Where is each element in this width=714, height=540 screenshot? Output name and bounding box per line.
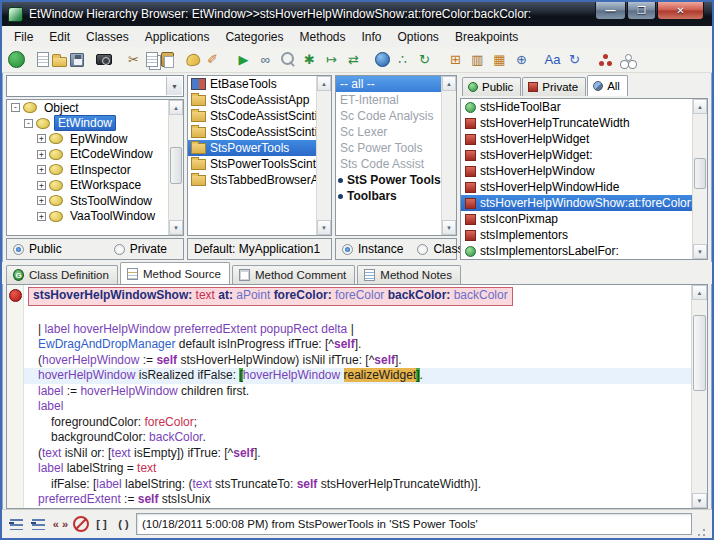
code-line[interactable]: label := hoverHelpWindow children first. [24, 384, 691, 400]
instance-radio-group[interactable]: Instance [342, 242, 403, 256]
code-line[interactable]: (hoverHelpWindow := self stsHoverHelpWin… [24, 353, 691, 369]
minimize-button[interactable]: — [595, 2, 626, 20]
tree-expander-icon[interactable]: + [37, 150, 46, 159]
instance-radio[interactable] [342, 244, 353, 255]
sphere-icon[interactable]: ⊕ [512, 50, 531, 69]
globe-icon[interactable] [375, 52, 390, 67]
tree-node-label[interactable]: EtInspector [67, 163, 134, 177]
tab-method-source[interactable]: Method Source [120, 262, 230, 284]
code-line[interactable]: foregroundColor: foreColor; [24, 415, 691, 431]
step-into-icon[interactable]: ↦ [322, 50, 341, 69]
scroll-down-icon[interactable] [317, 220, 331, 235]
code-line[interactable]: ifFalse: [label labelString: (text stsTr… [24, 477, 691, 493]
code-line[interactable]: label [24, 399, 691, 415]
hierarchy-icon[interactable]: ∴ [393, 50, 412, 69]
menu-methods[interactable]: Methods [291, 28, 353, 46]
category-list-item[interactable]: Sc Power Tools [336, 140, 441, 156]
application-list-item[interactable]: StsPowerToolsScintilla [188, 156, 316, 172]
code-line[interactable] [24, 306, 691, 322]
scroll-up-icon[interactable] [317, 76, 331, 91]
tree-node-label[interactable]: EtCodeWindow [67, 147, 156, 161]
tree-node-label[interactable]: Object [41, 101, 82, 115]
code-line[interactable]: preferredExtent := self stsIsUnix [24, 492, 691, 508]
guillemets-icon[interactable]: « » [51, 516, 70, 533]
tree-node-label[interactable]: EtWorkspace [67, 178, 144, 192]
methods-tab-public[interactable]: Public [462, 77, 521, 96]
tree-expander-icon[interactable]: + [37, 134, 46, 143]
application-list-item[interactable]: StsCodeAssistApp [188, 92, 316, 108]
methods-scrollbar[interactable] [692, 99, 707, 259]
tab-method-notes[interactable]: Method Notes [357, 265, 461, 284]
tab-class-definition[interactable]: GClass Definition [6, 265, 118, 284]
tree-row[interactable]: +VaaToolWindow [7, 209, 168, 225]
breakpoint-gutter[interactable] [7, 285, 24, 508]
tree-expander-icon[interactable]: + [37, 212, 46, 221]
public-radio[interactable] [13, 244, 24, 255]
branch-icon[interactable]: ⇄ [344, 50, 363, 69]
save-icon[interactable] [70, 53, 84, 67]
go-button[interactable] [8, 51, 25, 68]
class-radio-group[interactable]: Class [417, 242, 463, 256]
private-radio-group[interactable]: Private [114, 242, 167, 256]
font-icon[interactable]: Aa [543, 50, 562, 69]
private-radio[interactable] [114, 244, 125, 255]
tree-node-label[interactable]: VaaToolWindow [67, 209, 158, 223]
code-line[interactable]: | label hoverHelpWindow preferredExtent … [24, 322, 691, 338]
scroll-down-icon[interactable] [169, 220, 183, 235]
scroll-up-icon[interactable] [169, 100, 183, 115]
application-list-item[interactable]: StsPowerTools [188, 140, 316, 156]
open-folder-icon[interactable] [52, 57, 67, 67]
methods-tab-all[interactable]: All [587, 75, 628, 96]
public-radio-group[interactable]: Public [13, 242, 62, 256]
tab-method-comment[interactable]: Method Comment [232, 265, 355, 284]
menu-applications[interactable]: Applications [137, 28, 218, 46]
code-line[interactable]: hoverHelpWindow isRealized ifFalse: [hov… [24, 368, 691, 384]
source-code[interactable]: stsHoverHelpWindowShow: text at: aPoint … [24, 285, 691, 508]
application-list-item[interactable]: StsCodeAssistScintillaLe: [188, 124, 316, 140]
tree-row[interactable]: +StsToolWindow [7, 193, 168, 209]
method-signature-line[interactable]: stsHoverHelpWindowShow: text at: aPoint … [24, 287, 691, 306]
indent-increase-icon[interactable] [29, 516, 48, 533]
repaint-icon[interactable]: ↻ [565, 50, 584, 69]
brackets-icon[interactable]: [ ] [92, 516, 111, 533]
scroll-thumb[interactable] [693, 315, 706, 390]
method-source-editor[interactable]: stsHoverHelpWindowShow: text at: aPoint … [6, 284, 708, 509]
tree-expander-icon[interactable]: + [37, 165, 46, 174]
method-list-item[interactable]: stsHoverHelpWindowShow:at:foreColor:back… [461, 195, 692, 211]
hierarchy-scrollbar[interactable] [168, 100, 183, 235]
cut-icon[interactable]: ✂ [124, 50, 143, 69]
tree-node-label[interactable]: EpWindow [67, 132, 130, 146]
category-list-item[interactable]: Sc Lexer [336, 124, 441, 140]
tree-node-label[interactable]: StsToolWindow [67, 194, 155, 208]
grid-icon[interactable]: ▦ [490, 50, 509, 69]
menu-categories[interactable]: Categories [217, 28, 291, 46]
editor-scrollbar[interactable] [691, 285, 707, 508]
new-document-icon[interactable] [37, 52, 49, 67]
class-radio[interactable] [417, 244, 428, 255]
scroll-down-icon[interactable] [692, 493, 707, 508]
menu-edit[interactable]: Edit [41, 28, 78, 46]
menu-options[interactable]: Options [390, 28, 447, 46]
users-icon[interactable] [618, 50, 637, 69]
code-line[interactable]: (text isNil or: [text isEmpty]) ifTrue: … [24, 446, 691, 462]
scroll-up-icon[interactable] [692, 285, 707, 300]
copy-icon[interactable] [146, 52, 158, 67]
tree-row[interactable]: -EtWindow [7, 116, 168, 132]
tree-expander-icon[interactable]: - [11, 103, 20, 112]
glasses-icon[interactable]: ∞ [256, 50, 275, 69]
category-list-item[interactable]: -- all -- [336, 76, 441, 92]
category-list-item[interactable]: ET-Internal [336, 92, 441, 108]
parens-icon[interactable]: ( ) [114, 516, 133, 533]
method-list-item[interactable]: stsHoverHelpWidget: [461, 147, 692, 163]
grid-plus-icon[interactable]: ⊞ [446, 50, 465, 69]
method-list-item[interactable]: stsHoverHelpTruncateWidth [461, 115, 692, 131]
menu-breakpoints[interactable]: Breakpoints [447, 28, 526, 46]
scroll-down-icon[interactable] [442, 220, 456, 235]
category-list-item[interactable]: Sts Code Assist [336, 156, 441, 172]
code-line[interactable]: ifTrue: [label extent] [24, 508, 691, 509]
run-icon[interactable]: ▶ [234, 50, 253, 69]
application-list-item[interactable]: StsCodeAssistScintillaCo [188, 108, 316, 124]
code-line[interactable]: backgroundColor: backColor. [24, 430, 691, 446]
methods-tab-private[interactable]: Private [522, 77, 586, 96]
scroll-down-icon[interactable] [693, 244, 707, 259]
